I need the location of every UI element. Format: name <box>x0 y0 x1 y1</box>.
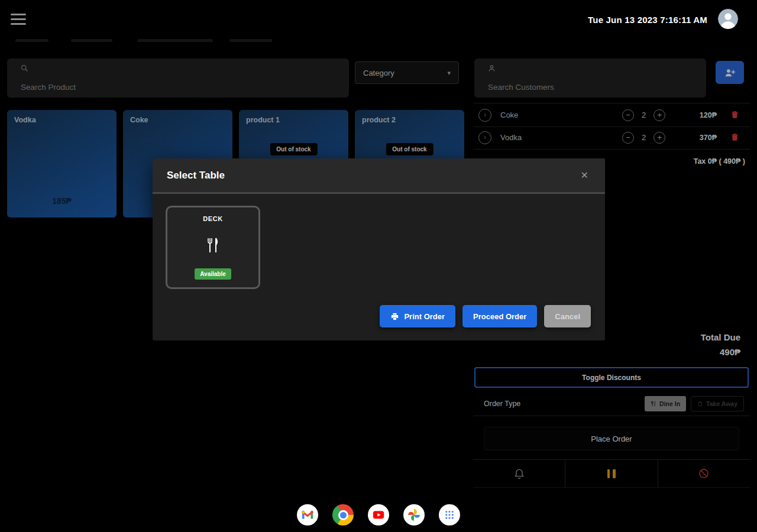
cancel-button[interactable]: Cancel <box>544 305 591 327</box>
modal-buttons: Print Order Proceed Order Cancel <box>380 305 591 327</box>
modal-title: Select Table <box>167 170 225 181</box>
account-avatar[interactable] <box>718 9 738 29</box>
pos-app-screen: Tue Jun 13 2023 7:16:11 AM Category ▾ Vo… <box>0 0 757 532</box>
person-avatar-icon <box>718 9 738 29</box>
menu-icon[interactable] <box>11 14 26 28</box>
proceed-order-button[interactable]: Proceed Order <box>462 305 537 327</box>
app-drawer-icon[interactable] <box>439 504 460 525</box>
google-photos-icon[interactable] <box>403 504 425 525</box>
top-bar: Tue Jun 13 2023 7:16:11 AM <box>0 0 757 37</box>
android-taskbar <box>0 498 757 532</box>
datetime-display: Tue Jun 13 2023 7:16:11 AM <box>588 15 707 25</box>
modal-header: Select Table ✕ <box>153 158 605 194</box>
table-name: DECK <box>203 215 223 222</box>
select-table-modal: Select Table ✕ DECK Available Print Orde… <box>153 158 605 340</box>
table-card-deck[interactable]: DECK Available <box>166 206 260 289</box>
gmail-icon[interactable] <box>297 504 318 525</box>
printer-icon <box>390 312 399 321</box>
fork-knife-icon <box>205 236 221 254</box>
chrome-icon[interactable] <box>332 504 354 525</box>
table-status-badge: Available <box>195 268 231 280</box>
youtube-icon[interactable] <box>368 504 389 525</box>
print-order-button[interactable]: Print Order <box>380 305 455 327</box>
close-icon[interactable]: ✕ <box>578 167 591 183</box>
